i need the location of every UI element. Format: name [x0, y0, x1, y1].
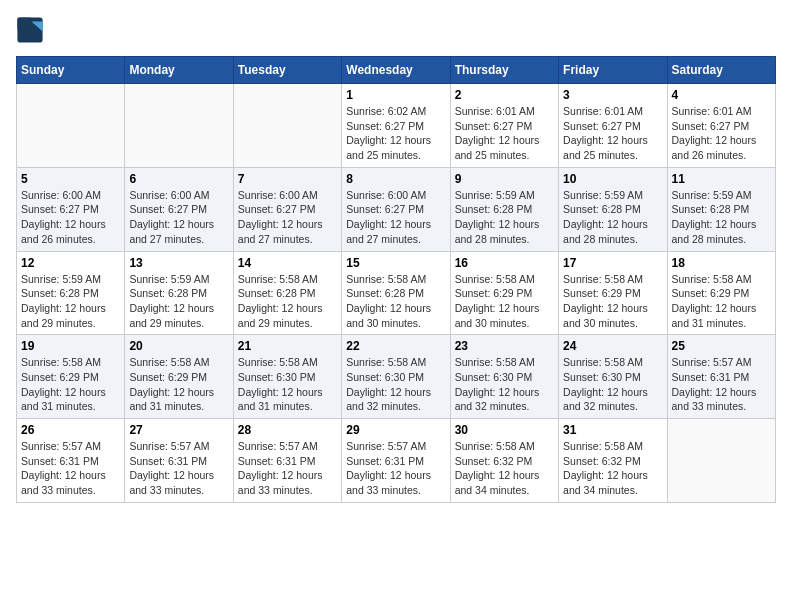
calendar-day-cell: 10Sunrise: 5:59 AM Sunset: 6:28 PM Dayli…	[559, 167, 667, 251]
day-number: 16	[455, 256, 554, 270]
day-info: Sunrise: 5:59 AM Sunset: 6:28 PM Dayligh…	[672, 188, 771, 247]
calendar-day-cell: 2Sunrise: 6:01 AM Sunset: 6:27 PM Daylig…	[450, 84, 558, 168]
day-number: 31	[563, 423, 662, 437]
day-info: Sunrise: 6:00 AM Sunset: 6:27 PM Dayligh…	[129, 188, 228, 247]
day-info: Sunrise: 5:58 AM Sunset: 6:30 PM Dayligh…	[563, 355, 662, 414]
calendar-day-cell: 6Sunrise: 6:00 AM Sunset: 6:27 PM Daylig…	[125, 167, 233, 251]
day-info: Sunrise: 5:57 AM Sunset: 6:31 PM Dayligh…	[346, 439, 445, 498]
day-number: 9	[455, 172, 554, 186]
day-info: Sunrise: 5:57 AM Sunset: 6:31 PM Dayligh…	[238, 439, 337, 498]
logo	[16, 16, 48, 44]
calendar-week-row: 5Sunrise: 6:00 AM Sunset: 6:27 PM Daylig…	[17, 167, 776, 251]
calendar-day-cell: 4Sunrise: 6:01 AM Sunset: 6:27 PM Daylig…	[667, 84, 775, 168]
day-info: Sunrise: 5:58 AM Sunset: 6:29 PM Dayligh…	[672, 272, 771, 331]
day-info: Sunrise: 5:59 AM Sunset: 6:28 PM Dayligh…	[455, 188, 554, 247]
calendar-day-cell: 1Sunrise: 6:02 AM Sunset: 6:27 PM Daylig…	[342, 84, 450, 168]
day-number: 2	[455, 88, 554, 102]
day-info: Sunrise: 5:57 AM Sunset: 6:31 PM Dayligh…	[21, 439, 120, 498]
calendar-day-cell: 23Sunrise: 5:58 AM Sunset: 6:30 PM Dayli…	[450, 335, 558, 419]
day-number: 26	[21, 423, 120, 437]
calendar-day-cell: 18Sunrise: 5:58 AM Sunset: 6:29 PM Dayli…	[667, 251, 775, 335]
calendar-day-cell	[125, 84, 233, 168]
calendar-day-cell: 20Sunrise: 5:58 AM Sunset: 6:29 PM Dayli…	[125, 335, 233, 419]
calendar-day-cell: 9Sunrise: 5:59 AM Sunset: 6:28 PM Daylig…	[450, 167, 558, 251]
calendar-day-cell	[667, 419, 775, 503]
day-number: 6	[129, 172, 228, 186]
calendar-day-cell: 11Sunrise: 5:59 AM Sunset: 6:28 PM Dayli…	[667, 167, 775, 251]
day-number: 1	[346, 88, 445, 102]
calendar-week-row: 1Sunrise: 6:02 AM Sunset: 6:27 PM Daylig…	[17, 84, 776, 168]
day-of-week-header: Tuesday	[233, 57, 341, 84]
calendar-week-row: 19Sunrise: 5:58 AM Sunset: 6:29 PM Dayli…	[17, 335, 776, 419]
day-number: 4	[672, 88, 771, 102]
calendar-week-row: 12Sunrise: 5:59 AM Sunset: 6:28 PM Dayli…	[17, 251, 776, 335]
day-info: Sunrise: 5:58 AM Sunset: 6:29 PM Dayligh…	[455, 272, 554, 331]
calendar-day-cell	[17, 84, 125, 168]
day-number: 10	[563, 172, 662, 186]
day-number: 22	[346, 339, 445, 353]
day-info: Sunrise: 5:58 AM Sunset: 6:29 PM Dayligh…	[21, 355, 120, 414]
day-number: 5	[21, 172, 120, 186]
day-info: Sunrise: 6:00 AM Sunset: 6:27 PM Dayligh…	[346, 188, 445, 247]
calendar-header-row: SundayMondayTuesdayWednesdayThursdayFrid…	[17, 57, 776, 84]
calendar-day-cell: 13Sunrise: 5:59 AM Sunset: 6:28 PM Dayli…	[125, 251, 233, 335]
calendar-day-cell: 16Sunrise: 5:58 AM Sunset: 6:29 PM Dayli…	[450, 251, 558, 335]
calendar-day-cell: 22Sunrise: 5:58 AM Sunset: 6:30 PM Dayli…	[342, 335, 450, 419]
calendar-day-cell: 8Sunrise: 6:00 AM Sunset: 6:27 PM Daylig…	[342, 167, 450, 251]
day-info: Sunrise: 5:58 AM Sunset: 6:30 PM Dayligh…	[455, 355, 554, 414]
calendar-day-cell: 17Sunrise: 5:58 AM Sunset: 6:29 PM Dayli…	[559, 251, 667, 335]
day-info: Sunrise: 5:58 AM Sunset: 6:29 PM Dayligh…	[563, 272, 662, 331]
day-info: Sunrise: 5:59 AM Sunset: 6:28 PM Dayligh…	[563, 188, 662, 247]
day-info: Sunrise: 5:58 AM Sunset: 6:28 PM Dayligh…	[238, 272, 337, 331]
day-number: 20	[129, 339, 228, 353]
day-info: Sunrise: 6:00 AM Sunset: 6:27 PM Dayligh…	[238, 188, 337, 247]
calendar-table: SundayMondayTuesdayWednesdayThursdayFrid…	[16, 56, 776, 503]
calendar-day-cell: 21Sunrise: 5:58 AM Sunset: 6:30 PM Dayli…	[233, 335, 341, 419]
day-of-week-header: Sunday	[17, 57, 125, 84]
day-info: Sunrise: 5:57 AM Sunset: 6:31 PM Dayligh…	[672, 355, 771, 414]
day-number: 21	[238, 339, 337, 353]
day-info: Sunrise: 5:58 AM Sunset: 6:30 PM Dayligh…	[346, 355, 445, 414]
calendar-week-row: 26Sunrise: 5:57 AM Sunset: 6:31 PM Dayli…	[17, 419, 776, 503]
page-header	[16, 16, 776, 44]
day-number: 27	[129, 423, 228, 437]
day-info: Sunrise: 5:57 AM Sunset: 6:31 PM Dayligh…	[129, 439, 228, 498]
day-of-week-header: Saturday	[667, 57, 775, 84]
calendar-day-cell: 12Sunrise: 5:59 AM Sunset: 6:28 PM Dayli…	[17, 251, 125, 335]
calendar-day-cell: 5Sunrise: 6:00 AM Sunset: 6:27 PM Daylig…	[17, 167, 125, 251]
calendar-day-cell: 31Sunrise: 5:58 AM Sunset: 6:32 PM Dayli…	[559, 419, 667, 503]
day-info: Sunrise: 6:00 AM Sunset: 6:27 PM Dayligh…	[21, 188, 120, 247]
day-number: 3	[563, 88, 662, 102]
day-number: 18	[672, 256, 771, 270]
calendar-day-cell: 28Sunrise: 5:57 AM Sunset: 6:31 PM Dayli…	[233, 419, 341, 503]
day-number: 24	[563, 339, 662, 353]
day-info: Sunrise: 5:58 AM Sunset: 6:32 PM Dayligh…	[455, 439, 554, 498]
day-info: Sunrise: 6:01 AM Sunset: 6:27 PM Dayligh…	[672, 104, 771, 163]
day-info: Sunrise: 5:59 AM Sunset: 6:28 PM Dayligh…	[21, 272, 120, 331]
day-number: 12	[21, 256, 120, 270]
day-number: 19	[21, 339, 120, 353]
calendar-day-cell: 19Sunrise: 5:58 AM Sunset: 6:29 PM Dayli…	[17, 335, 125, 419]
logo-icon	[16, 16, 44, 44]
calendar-day-cell: 27Sunrise: 5:57 AM Sunset: 6:31 PM Dayli…	[125, 419, 233, 503]
calendar-day-cell: 29Sunrise: 5:57 AM Sunset: 6:31 PM Dayli…	[342, 419, 450, 503]
calendar-day-cell: 3Sunrise: 6:01 AM Sunset: 6:27 PM Daylig…	[559, 84, 667, 168]
day-number: 28	[238, 423, 337, 437]
calendar-day-cell: 30Sunrise: 5:58 AM Sunset: 6:32 PM Dayli…	[450, 419, 558, 503]
calendar-day-cell: 15Sunrise: 5:58 AM Sunset: 6:28 PM Dayli…	[342, 251, 450, 335]
day-info: Sunrise: 6:02 AM Sunset: 6:27 PM Dayligh…	[346, 104, 445, 163]
day-of-week-header: Monday	[125, 57, 233, 84]
calendar-day-cell: 7Sunrise: 6:00 AM Sunset: 6:27 PM Daylig…	[233, 167, 341, 251]
day-number: 29	[346, 423, 445, 437]
day-of-week-header: Friday	[559, 57, 667, 84]
day-info: Sunrise: 6:01 AM Sunset: 6:27 PM Dayligh…	[455, 104, 554, 163]
day-of-week-header: Thursday	[450, 57, 558, 84]
day-number: 7	[238, 172, 337, 186]
day-number: 23	[455, 339, 554, 353]
day-number: 8	[346, 172, 445, 186]
calendar-day-cell	[233, 84, 341, 168]
day-info: Sunrise: 5:58 AM Sunset: 6:29 PM Dayligh…	[129, 355, 228, 414]
day-number: 25	[672, 339, 771, 353]
day-info: Sunrise: 5:58 AM Sunset: 6:28 PM Dayligh…	[346, 272, 445, 331]
calendar-day-cell: 24Sunrise: 5:58 AM Sunset: 6:30 PM Dayli…	[559, 335, 667, 419]
